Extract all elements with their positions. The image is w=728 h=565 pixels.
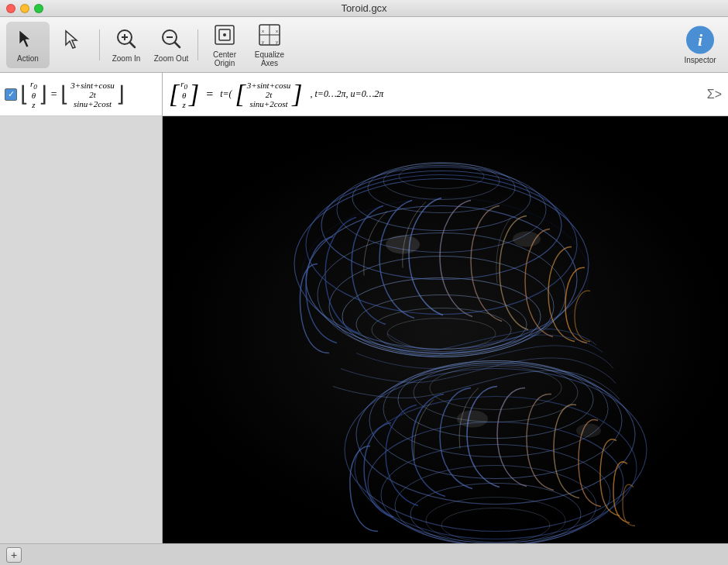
matrix-cell-theta: θ <box>32 91 36 100</box>
svg-point-52 <box>457 411 488 428</box>
center-origin-label: Center Origin <box>203 50 246 67</box>
inspector-label: Inspector <box>684 55 716 64</box>
eq-expr-3: sinu+2cost <box>250 99 288 109</box>
svg-text:x: x <box>262 29 264 33</box>
inspector-button[interactable]: i Inspector <box>678 26 722 64</box>
range-text: , t=0…2π, u=0…2π <box>310 88 383 100</box>
full-equation-display: [ r0 θ z ] = t=( [ 3+sint+cosu 2 <box>169 79 383 109</box>
equalize-axes-icon: x x y y <box>257 22 282 47</box>
bottom-bar: + <box>0 543 728 565</box>
separator-1 <box>99 29 100 60</box>
zoom-out-button[interactable]: Zoom Out <box>149 22 193 68</box>
window-controls[interactable] <box>6 4 43 13</box>
separator-2 <box>197 29 198 60</box>
title-bar: Toroid.gcx <box>0 0 728 17</box>
sidebar: ✓ ⌊ r0 θ z ⌋ = ⌊ 3+sint+cosu 2t sinu+2co… <box>0 73 163 543</box>
checkbox-checkmark: ✓ <box>8 90 15 98</box>
sigma-button[interactable]: Σ> <box>707 88 722 102</box>
svg-text:y: y <box>276 40 278 44</box>
equation-matrix-expr: ⌊ 3+sint+cosu 2t sinu+2cost ⌋ <box>60 81 124 109</box>
svg-point-11 <box>223 33 226 36</box>
action-icon <box>15 26 40 51</box>
equalize-axes-button[interactable]: x x y y Equalize Axes <box>248 22 291 68</box>
sidebar-equation-item[interactable]: ✓ ⌊ r0 θ z ⌋ = ⌊ 3+sint+cosu 2t sinu+2co… <box>0 73 162 116</box>
action-tool-button[interactable]: Action <box>6 22 50 68</box>
center-origin-button[interactable]: Center Origin <box>203 22 246 68</box>
equation-matrix-sidebar: ⌊ r0 θ z ⌋ <box>20 79 47 109</box>
eq-cell-r0: r0 <box>180 79 187 91</box>
add-equation-button[interactable]: + <box>6 547 22 563</box>
zoom-out-label: Zoom Out <box>154 54 188 63</box>
svg-point-50 <box>386 236 420 254</box>
svg-point-53 <box>576 424 601 438</box>
inspector-icon: i <box>686 26 714 53</box>
eq-expr-2: 2t <box>266 90 273 99</box>
svg-marker-0 <box>19 30 30 47</box>
toroid-visualization <box>163 116 728 543</box>
svg-line-8 <box>175 43 180 47</box>
window-title: Toroid.gcx <box>341 2 386 14</box>
matrix-cell-z: z <box>32 100 35 109</box>
center-origin-icon <box>212 22 237 47</box>
zoom-in-button[interactable]: Zoom In <box>105 22 148 68</box>
equalize-axes-label: Equalize Axes <box>248 50 291 67</box>
equation-checkbox[interactable]: ✓ <box>5 88 17 101</box>
toolbar: Action ​ Zoom In <box>0 17 728 73</box>
add-icon: + <box>11 549 17 561</box>
minimize-button[interactable] <box>20 4 29 13</box>
expr-cell-1: 3+sint+cosu <box>70 81 114 90</box>
render-canvas[interactable] <box>163 116 728 543</box>
close-button[interactable] <box>6 4 15 13</box>
svg-point-51 <box>513 232 541 247</box>
select-icon <box>60 27 85 52</box>
matrix-cell-r0: r0 <box>30 79 37 91</box>
svg-text:y: y <box>262 40 264 44</box>
main-content: ✓ ⌊ r0 θ z ⌋ = ⌊ 3+sint+cosu 2t sinu+2co… <box>0 73 728 543</box>
select-tool-button[interactable]: ​ <box>51 22 94 68</box>
maximize-button[interactable] <box>34 4 43 13</box>
zoom-in-icon <box>114 26 139 51</box>
eq-cell-theta: θ <box>182 91 186 100</box>
eq-expr-1: 3+sint+cosu <box>247 81 290 90</box>
svg-line-5 <box>130 43 135 47</box>
expr-cell-2: 2t <box>89 90 96 99</box>
svg-text:x: x <box>276 29 278 33</box>
equation-bar: [ r0 θ z ] = t=( [ 3+sint+cosu 2 <box>163 73 728 116</box>
canvas-area: [ r0 θ z ] = t=( [ 3+sint+cosu 2 <box>163 73 728 543</box>
zoom-out-icon <box>159 26 184 51</box>
expr-cell-3: sinu+2cost <box>74 99 112 109</box>
zoom-in-label: Zoom In <box>112 54 141 63</box>
equals-sign: = <box>50 88 57 101</box>
svg-marker-1 <box>66 31 77 48</box>
action-label: Action <box>17 54 39 63</box>
eq-cell-z: z <box>183 100 186 109</box>
t-equals-prefix: t=( <box>220 88 232 100</box>
